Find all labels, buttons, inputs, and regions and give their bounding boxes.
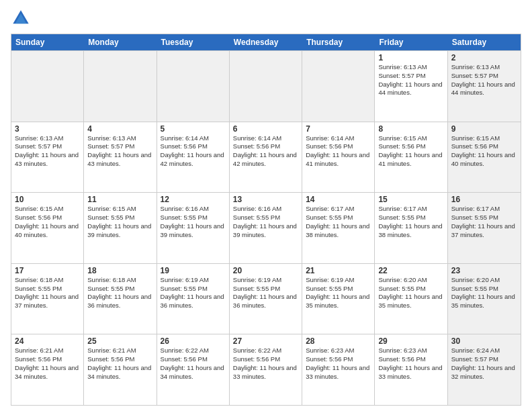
day-info: Sunset: 5:56 PM	[306, 142, 371, 151]
calendar-row-5: 24Sunrise: 6:21 AMSunset: 5:56 PMDayligh…	[11, 334, 521, 405]
calendar-cell-empty	[84, 51, 157, 122]
day-info: Sunset: 5:55 PM	[87, 285, 152, 293]
day-info: Sunset: 5:56 PM	[15, 214, 80, 222]
day-number: 30	[451, 336, 517, 346]
day-number: 3	[15, 124, 80, 134]
day-info: Daylight: 11 hours and 40 minutes.	[451, 151, 517, 169]
calendar-cell-2: 2Sunrise: 6:13 AMSunset: 5:57 PMDaylight…	[448, 51, 521, 122]
calendar-cell-14: 14Sunrise: 6:17 AMSunset: 5:55 PMDayligh…	[302, 193, 375, 263]
day-info: Sunrise: 6:24 AM	[451, 347, 517, 355]
day-info: Sunrise: 6:19 AM	[161, 276, 226, 285]
day-info: Sunset: 5:55 PM	[233, 214, 298, 222]
day-info: Sunset: 5:56 PM	[451, 142, 517, 151]
header-day-monday: Monday	[84, 34, 157, 50]
day-info: Sunrise: 6:13 AM	[15, 134, 80, 143]
day-info: Sunset: 5:56 PM	[233, 355, 298, 364]
day-info: Sunrise: 6:23 AM	[306, 347, 371, 355]
day-number: 12	[161, 195, 226, 204]
header	[11, 8, 521, 28]
day-number: 18	[87, 266, 152, 275]
day-number: 26	[161, 336, 226, 346]
day-info: Sunset: 5:56 PM	[161, 355, 226, 364]
day-info: Daylight: 11 hours and 43 minutes.	[15, 151, 80, 169]
day-info: Sunrise: 6:13 AM	[451, 63, 517, 72]
day-info: Sunrise: 6:20 AM	[378, 276, 443, 285]
calendar-row-2: 3Sunrise: 6:13 AMSunset: 5:57 PMDaylight…	[11, 122, 521, 193]
day-number: 20	[233, 266, 298, 275]
day-number: 23	[451, 266, 517, 275]
calendar-cell-11: 11Sunrise: 6:15 AMSunset: 5:55 PMDayligh…	[84, 193, 157, 263]
calendar-cell-5: 5Sunrise: 6:14 AMSunset: 5:56 PMDaylight…	[157, 122, 230, 193]
day-info: Daylight: 11 hours and 35 minutes.	[306, 293, 371, 310]
day-info: Sunrise: 6:15 AM	[15, 205, 80, 214]
day-info: Sunrise: 6:13 AM	[378, 63, 443, 72]
day-info: Daylight: 11 hours and 35 minutes.	[451, 293, 517, 310]
day-number: 21	[306, 266, 371, 275]
day-number: 22	[378, 266, 443, 275]
day-number: 24	[15, 336, 80, 346]
calendar-cell-empty	[230, 51, 302, 122]
day-number: 25	[87, 336, 152, 346]
calendar-cell-22: 22Sunrise: 6:20 AMSunset: 5:55 PMDayligh…	[375, 264, 447, 334]
calendar-cell-19: 19Sunrise: 6:19 AMSunset: 5:55 PMDayligh…	[157, 264, 230, 334]
calendar-cell-30: 30Sunrise: 6:24 AMSunset: 5:57 PMDayligh…	[448, 334, 521, 405]
day-info: Daylight: 11 hours and 41 minutes.	[378, 151, 443, 169]
calendar-header: SundayMondayTuesdayWednesdayThursdayFrid…	[11, 34, 521, 50]
day-info: Sunset: 5:56 PM	[378, 355, 443, 364]
calendar-cell-26: 26Sunrise: 6:22 AMSunset: 5:56 PMDayligh…	[157, 334, 230, 405]
calendar-row-4: 17Sunrise: 6:18 AMSunset: 5:55 PMDayligh…	[11, 263, 521, 334]
header-day-friday: Friday	[375, 34, 447, 50]
day-info: Daylight: 11 hours and 40 minutes.	[15, 222, 80, 240]
calendar-cell-20: 20Sunrise: 6:19 AMSunset: 5:55 PMDayligh…	[230, 264, 302, 334]
day-info: Sunrise: 6:18 AM	[15, 276, 80, 285]
calendar-cell-13: 13Sunrise: 6:16 AMSunset: 5:55 PMDayligh…	[230, 193, 302, 263]
calendar-cell-16: 16Sunrise: 6:17 AMSunset: 5:55 PMDayligh…	[448, 193, 521, 263]
day-info: Sunrise: 6:18 AM	[87, 276, 152, 285]
day-info: Daylight: 11 hours and 34 minutes.	[87, 364, 152, 381]
day-number: 28	[306, 336, 371, 346]
day-info: Sunrise: 6:14 AM	[161, 134, 226, 143]
day-info: Sunrise: 6:19 AM	[306, 276, 371, 285]
day-number: 27	[233, 336, 298, 346]
day-info: Sunrise: 6:15 AM	[87, 205, 152, 214]
day-info: Sunset: 5:55 PM	[87, 214, 152, 222]
calendar-cell-empty	[157, 51, 230, 122]
day-info: Sunset: 5:55 PM	[378, 285, 443, 293]
day-info: Sunset: 5:57 PM	[451, 72, 517, 81]
calendar-cell-24: 24Sunrise: 6:21 AMSunset: 5:56 PMDayligh…	[11, 334, 84, 405]
day-info: Daylight: 11 hours and 39 minutes.	[87, 222, 152, 240]
day-info: Daylight: 11 hours and 39 minutes.	[233, 222, 298, 240]
day-info: Sunset: 5:56 PM	[378, 142, 443, 151]
day-info: Sunset: 5:56 PM	[87, 355, 152, 364]
day-info: Sunrise: 6:15 AM	[378, 134, 443, 143]
day-info: Daylight: 11 hours and 41 minutes.	[306, 151, 371, 169]
day-info: Sunrise: 6:16 AM	[233, 205, 298, 214]
day-info: Sunrise: 6:21 AM	[15, 347, 80, 355]
calendar-row-1: 1Sunrise: 6:13 AMSunset: 5:57 PMDaylight…	[11, 50, 521, 122]
day-info: Daylight: 11 hours and 35 minutes.	[378, 293, 443, 310]
day-number: 2	[451, 53, 517, 62]
calendar-cell-3: 3Sunrise: 6:13 AMSunset: 5:57 PMDaylight…	[11, 122, 84, 193]
day-number: 16	[451, 195, 517, 204]
day-info: Daylight: 11 hours and 33 minutes.	[306, 364, 371, 381]
day-info: Daylight: 11 hours and 42 minutes.	[233, 151, 298, 169]
calendar-cell-1: 1Sunrise: 6:13 AMSunset: 5:57 PMDaylight…	[375, 51, 447, 122]
day-number: 15	[378, 195, 443, 204]
calendar-cell-8: 8Sunrise: 6:15 AMSunset: 5:56 PMDaylight…	[375, 122, 447, 193]
day-info: Sunset: 5:57 PM	[15, 142, 80, 151]
day-info: Daylight: 11 hours and 33 minutes.	[378, 364, 443, 381]
day-info: Sunrise: 6:17 AM	[451, 205, 517, 214]
day-info: Sunrise: 6:16 AM	[161, 205, 226, 214]
calendar-cell-6: 6Sunrise: 6:14 AMSunset: 5:56 PMDaylight…	[230, 122, 302, 193]
day-info: Daylight: 11 hours and 32 minutes.	[451, 364, 517, 381]
header-day-thursday: Thursday	[302, 34, 375, 50]
calendar-cell-empty	[302, 51, 375, 122]
day-info: Sunrise: 6:14 AM	[233, 134, 298, 143]
calendar-row-3: 10Sunrise: 6:15 AMSunset: 5:56 PMDayligh…	[11, 192, 521, 263]
header-day-saturday: Saturday	[448, 34, 521, 50]
calendar-page: SundayMondayTuesdayWednesdayThursdayFrid…	[0, 0, 532, 411]
day-info: Sunset: 5:55 PM	[451, 214, 517, 222]
day-info: Daylight: 11 hours and 36 minutes.	[87, 293, 152, 310]
day-info: Daylight: 11 hours and 39 minutes.	[161, 222, 226, 240]
day-number: 29	[378, 336, 443, 346]
